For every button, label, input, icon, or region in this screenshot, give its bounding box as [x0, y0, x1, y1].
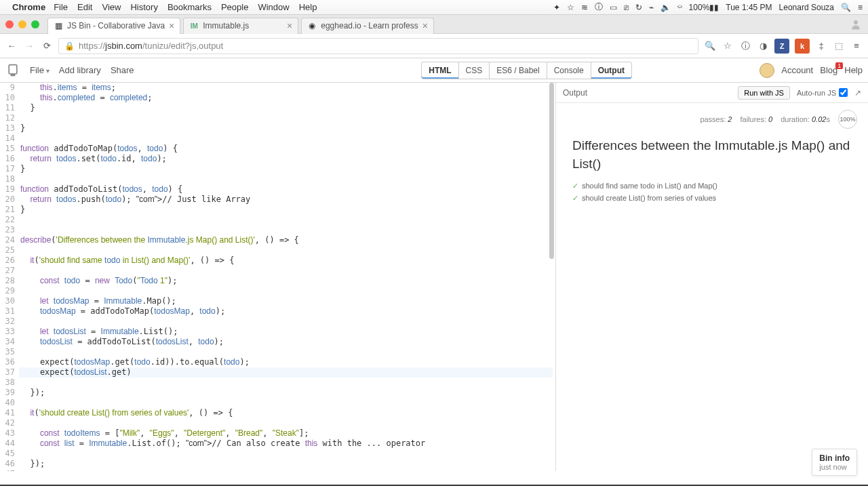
favicon-icon: ▦ — [54, 21, 63, 30]
tab-close-icon[interactable]: × — [287, 20, 292, 31]
profile-icon[interactable] — [848, 16, 864, 33]
browser-tab[interactable]: ◉ egghead.io - Learn profess × — [301, 18, 434, 34]
menu-window[interactable]: Window — [258, 2, 289, 12]
back-button[interactable]: ← — [5, 40, 18, 52]
jsbin-logo-icon[interactable] — [5, 63, 20, 78]
menu-bookmarks[interactable]: Bookmarks — [167, 2, 212, 12]
menu-edit[interactable]: Edit — [77, 2, 92, 12]
user-name[interactable]: Leonard Souza — [779, 3, 834, 12]
browser-urlbar: ← → ⟳ 🔒 https://jsbin.com/tunizu/edit?js… — [0, 34, 868, 58]
share-button[interactable]: Share — [111, 65, 134, 75]
menu-history[interactable]: History — [130, 2, 157, 12]
reload-button[interactable]: ⟳ — [41, 40, 53, 52]
status-icon[interactable]: ⓘ — [595, 1, 603, 13]
extension-icon[interactable]: ‡ — [815, 40, 827, 52]
bookmark-icon[interactable]: ☆ — [722, 40, 734, 52]
window-divider — [0, 485, 868, 486]
url-text: https://jsbin.com/tunizu/edit?js,output — [79, 41, 223, 51]
pass-percent: 100% — [838, 110, 857, 129]
blog-link[interactable]: Blog1 — [820, 65, 837, 75]
status-icon[interactable]: ↻ — [635, 3, 642, 12]
spotlight-icon[interactable]: 🔍 — [841, 3, 851, 12]
battery-status[interactable]: 100% ▮▮ — [689, 3, 719, 12]
code-content[interactable]: this.items = items; this.completed = com… — [20, 83, 555, 471]
status-icon[interactable]: ☆ — [567, 3, 574, 12]
test-results: Differences between the Immutable.js Map… — [556, 133, 868, 208]
status-icon[interactable]: ⎚ — [624, 3, 629, 12]
bin-info-popup[interactable]: Bin info just now — [812, 449, 857, 476]
app-name[interactable]: Chrome — [12, 2, 45, 12]
add-library-button[interactable]: Add library — [59, 65, 101, 75]
bininfo-sub: just now — [819, 463, 850, 471]
extension-icon[interactable]: k — [795, 39, 810, 54]
gutter: 9 10 11 12 13 14 15 16 17 18 19 20 21 22… — [0, 83, 19, 471]
tab-label: egghead.io - Learn profess — [321, 21, 418, 30]
bininfo-title: Bin info — [819, 453, 850, 463]
macos-menubar: Chrome File Edit View History Bookmarks … — [0, 0, 868, 15]
menu-view[interactable]: View — [102, 2, 121, 12]
jsbin-toolbar: File Add library Share HTML CSS ES6 / Ba… — [0, 58, 868, 83]
extension-icon[interactable]: ⬚ — [833, 40, 845, 52]
suite-title: Differences between the Immutable.js Map… — [572, 137, 852, 173]
panel-html-button[interactable]: HTML — [421, 62, 458, 79]
panel-console-button[interactable]: Console — [547, 62, 591, 79]
browser-tabs: ▦ JS Bin - Collaborative Java × IM Immut… — [47, 15, 848, 34]
browser-titlebar: ▦ JS Bin - Collaborative Java × IM Immut… — [0, 15, 868, 34]
autorun-toggle[interactable]: Auto-run JS — [797, 88, 848, 97]
browser-tab[interactable]: ▦ JS Bin - Collaborative Java × — [47, 18, 180, 34]
status-icon[interactable]: ▭ — [610, 3, 617, 12]
sync-icon[interactable]: ◑ — [757, 40, 769, 52]
chrome-menu-icon[interactable]: ≡ — [850, 40, 863, 52]
menu-people[interactable]: People — [221, 2, 248, 12]
menu-icon[interactable]: ≡ — [858, 3, 863, 12]
menu-help[interactable]: Help — [299, 2, 317, 12]
menu-file[interactable]: File — [54, 2, 68, 12]
file-menu[interactable]: File — [30, 65, 50, 75]
favicon-icon: ◉ — [307, 21, 317, 30]
svg-rect-1 — [9, 64, 17, 73]
window-minimize-button[interactable] — [18, 20, 26, 28]
run-button[interactable]: Run with JS — [738, 86, 790, 100]
address-bar[interactable]: 🔒 https://jsbin.com/tunizu/edit?js,outpu… — [58, 38, 698, 54]
status-icon[interactable]: ✦ — [553, 3, 560, 12]
svg-point-0 — [854, 20, 858, 24]
test-result: should create List() from series of valu… — [572, 192, 852, 204]
favicon-icon: IM — [189, 21, 199, 30]
window-close-button[interactable] — [5, 20, 14, 28]
panel-toggle-group: HTML CSS ES6 / Babel Console Output — [422, 62, 632, 79]
forward-button: → — [23, 40, 35, 52]
window-maximize-button[interactable] — [31, 20, 39, 28]
zoom-icon[interactable]: 🔍 — [704, 40, 716, 52]
svg-rect-2 — [11, 74, 16, 76]
clock[interactable]: Tue 1:45 PM — [726, 3, 772, 12]
editor-scrollbar[interactable] — [549, 83, 554, 259]
browser-tab[interactable]: IM Immutable.js × — [183, 18, 298, 34]
lock-icon: 🔒 — [64, 41, 75, 51]
status-icon[interactable]: ≋ — [581, 3, 588, 12]
test-result: should find same todo in List() and Map(… — [572, 180, 852, 192]
test-summary: passes: 2 failures: 0 duration: 0.02s 10… — [556, 103, 868, 133]
url-actions: 🔍 ☆ ⓘ ◑ Z k ‡ ⬚ ≡ — [704, 39, 863, 54]
bluetooth-icon[interactable]: ⌁ — [649, 3, 654, 12]
tab-label: JS Bin - Collaborative Java — [67, 21, 165, 30]
tab-label: Immutable.js — [203, 21, 283, 30]
output-header: Output Run with JS Auto-run JS ↗ — [556, 83, 868, 103]
avatar-icon[interactable] — [760, 63, 774, 78]
code-editor[interactable]: 9 10 11 12 13 14 15 16 17 18 19 20 21 22… — [0, 83, 556, 471]
autorun-checkbox[interactable] — [839, 88, 848, 97]
panel-js-button[interactable]: ES6 / Babel — [489, 62, 547, 79]
tab-close-icon[interactable]: × — [169, 20, 174, 31]
account-link[interactable]: Account — [781, 65, 813, 75]
output-pane: Output Run with JS Auto-run JS ↗ passes:… — [556, 83, 868, 471]
help-link[interactable]: Help — [844, 65, 863, 75]
volume-icon[interactable]: 🔈 — [660, 3, 671, 12]
info-icon[interactable]: ⓘ — [739, 40, 751, 52]
extension-icon[interactable]: Z — [774, 39, 789, 54]
panel-css-button[interactable]: CSS — [458, 62, 490, 79]
popout-icon[interactable]: ↗ — [854, 88, 861, 98]
panel-output-button[interactable]: Output — [591, 62, 632, 79]
wifi-icon[interactable]: ⌔ — [677, 3, 682, 12]
tab-close-icon[interactable]: × — [422, 20, 428, 31]
jsbin-account-area: Account Blog1 Help — [760, 63, 863, 78]
blog-badge: 1 — [835, 62, 843, 69]
